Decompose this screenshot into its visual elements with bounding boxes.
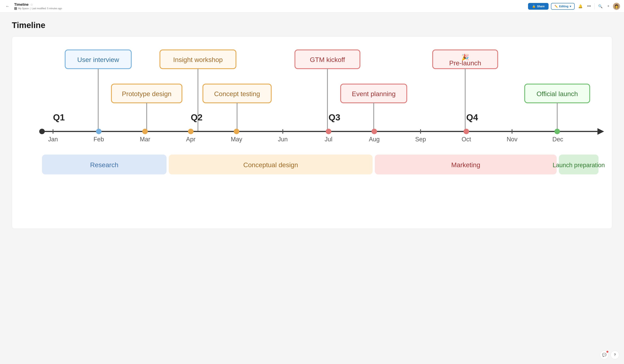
dot-user-interview bbox=[96, 129, 102, 134]
prototype-design-label: Prototype design bbox=[122, 90, 171, 97]
dot-prototype bbox=[142, 129, 148, 134]
swimlane-conceptual-label: Conceptual design bbox=[243, 161, 298, 169]
label-dec: Dec bbox=[552, 136, 563, 143]
bottom-right-actions: 💬 ? bbox=[600, 351, 619, 359]
edit-icon: ✏️ bbox=[554, 5, 558, 8]
title-area: Timeline ☆ My Space | Last modified: 5 m… bbox=[14, 2, 525, 10]
label-nov: Nov bbox=[507, 136, 518, 143]
axis-start-dot bbox=[39, 129, 45, 134]
label-oct: Oct bbox=[462, 136, 471, 143]
separator: | bbox=[30, 7, 30, 10]
label-mar: Mar bbox=[140, 136, 150, 143]
modified-label: Last modified: 5 minutes ago bbox=[32, 7, 62, 10]
editing-button[interactable]: ✏️ Editing ▾ bbox=[551, 3, 574, 10]
help-icon: ? bbox=[614, 353, 616, 357]
swimlane-marketing-label: Marketing bbox=[451, 161, 480, 169]
share-button[interactable]: 🔒 Share bbox=[528, 3, 548, 10]
chevron-down-icon: ▾ bbox=[570, 5, 571, 8]
swimlane-launch-label: Launch preparation bbox=[552, 162, 605, 169]
user-interview-label: User interview bbox=[77, 56, 119, 63]
more-button[interactable]: ••• bbox=[586, 3, 592, 9]
editing-label: Editing bbox=[559, 5, 568, 8]
label-jan: Jan bbox=[48, 136, 58, 143]
insight-workshop-label: Insight workshop bbox=[173, 56, 223, 63]
label-apr: Apr bbox=[186, 136, 195, 143]
bell-button[interactable]: 🔔 bbox=[577, 3, 584, 10]
label-sep: Sep bbox=[415, 136, 426, 143]
page-title: Timeline bbox=[12, 21, 612, 30]
space-icon bbox=[14, 7, 17, 10]
space-label: My Space bbox=[18, 7, 29, 10]
search-button[interactable]: 🔍 bbox=[597, 3, 604, 10]
axis-arrow bbox=[597, 128, 604, 135]
pre-launch-label: Pre-launch bbox=[449, 59, 481, 67]
dot-event-planning bbox=[371, 129, 377, 134]
help-button[interactable]: ? bbox=[611, 351, 619, 359]
swimlane-research-label: Research bbox=[90, 161, 118, 169]
title-row: Timeline ☆ bbox=[14, 2, 525, 7]
comment-badge bbox=[606, 351, 608, 353]
header-divider bbox=[594, 3, 595, 9]
dot-gtm bbox=[326, 129, 331, 134]
dot-prelaunch bbox=[464, 129, 469, 134]
header-meta: My Space | Last modified: 5 minutes ago bbox=[14, 7, 525, 10]
gtm-kickoff-label: GTM kickoff bbox=[310, 56, 345, 63]
add-button[interactable]: + bbox=[606, 3, 611, 9]
header-actions: 🔒 Share ✏️ Editing ▾ 🔔 ••• 🔍 + 👩 bbox=[528, 3, 620, 10]
q3-label: Q3 bbox=[329, 113, 340, 122]
q2-label: Q2 bbox=[191, 113, 203, 122]
dot-concept bbox=[234, 129, 239, 134]
dot-official-launch bbox=[554, 129, 560, 134]
label-jul: Jul bbox=[325, 136, 332, 143]
label-aug: Aug bbox=[369, 136, 380, 143]
comment-button[interactable]: 💬 bbox=[600, 351, 609, 359]
q1-label: Q1 bbox=[53, 113, 65, 122]
concept-testing-label: Concept testing bbox=[214, 90, 260, 97]
header: ← Timeline ☆ My Space | Last modified: 5… bbox=[0, 0, 624, 13]
official-launch-label: Official launch bbox=[537, 90, 578, 97]
event-planning-label: Event planning bbox=[352, 90, 395, 97]
star-icon[interactable]: ☆ bbox=[30, 3, 33, 6]
timeline-svg: User interview Insight workshop GTM kick… bbox=[20, 44, 604, 221]
label-may: May bbox=[231, 136, 242, 143]
back-button[interactable]: ← bbox=[4, 3, 11, 9]
share-icon: 🔒 bbox=[532, 4, 536, 8]
main-content: Timeline User interview Insight workshop… bbox=[0, 13, 624, 237]
share-label: Share bbox=[537, 5, 545, 8]
q4-label: Q4 bbox=[466, 113, 478, 122]
timeline-card: User interview Insight workshop GTM kick… bbox=[12, 36, 612, 229]
label-feb: Feb bbox=[94, 136, 104, 143]
comment-icon: 💬 bbox=[602, 353, 606, 357]
label-jun: Jun bbox=[278, 136, 287, 143]
dot-insight bbox=[188, 129, 194, 134]
doc-title: Timeline bbox=[14, 2, 29, 7]
avatar[interactable]: 👩 bbox=[613, 3, 620, 10]
